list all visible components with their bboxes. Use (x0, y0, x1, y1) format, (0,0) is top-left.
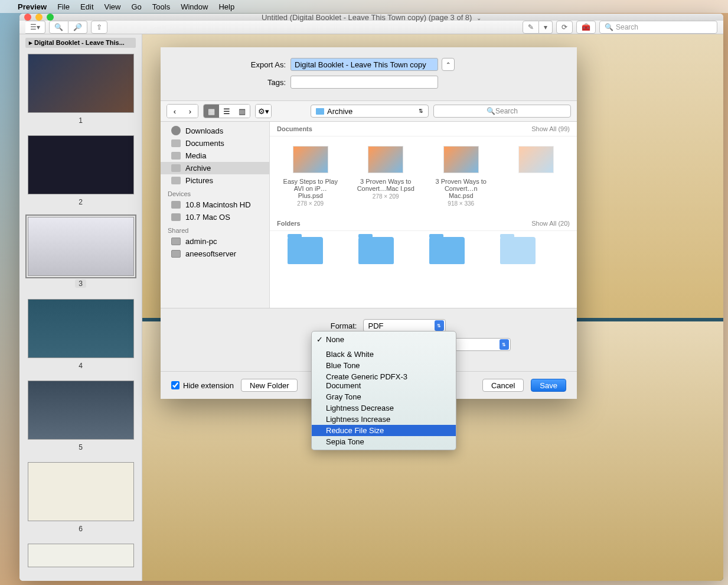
menu-edit[interactable]: Edit (80, 2, 93, 11)
share-button[interactable]: ⇪ (91, 21, 107, 34)
folder-item-3[interactable] (500, 237, 536, 268)
format-select[interactable]: PDF ⇅ (363, 319, 446, 332)
forward-button[interactable]: › (182, 105, 198, 118)
thumb-header[interactable]: ▸ Digital Booklet - Leave This... (25, 38, 136, 48)
search-icon: 🔍 (487, 107, 495, 115)
sidebar-item-documents[interactable]: Documents (161, 137, 269, 150)
menu-help[interactable]: Help (218, 2, 234, 11)
menu-tools[interactable]: Tools (152, 2, 170, 11)
save-button[interactable]: Save (531, 379, 566, 392)
sidebar-item-shared-0[interactable]: admin-pc (161, 235, 269, 248)
thumbnail-6[interactable]: 6 (25, 462, 136, 533)
window-title[interactable]: Untitled (Digital Booklet - Leave This T… (262, 14, 481, 22)
thumbnail-1[interactable]: 1 (25, 54, 136, 125)
group-button[interactable]: ⚙▾ (256, 105, 271, 118)
shared-label: Shared (161, 223, 269, 235)
path-popup[interactable]: Archive ⇅ (311, 105, 429, 118)
sidebar-item-device-0[interactable]: 10.8 Macintosh HD (161, 199, 269, 211)
tags-label: Tags: (172, 78, 290, 87)
annotate-button[interactable]: 🧰 (576, 21, 596, 34)
new-folder-button[interactable]: New Folder (241, 379, 298, 392)
menu-reduce-file-size[interactable]: Reduce File Size (312, 425, 456, 436)
thumbnail-5[interactable]: 5 (25, 381, 136, 451)
menu-file[interactable]: File (57, 2, 70, 11)
show-all-documents[interactable]: Show All (99) (531, 125, 570, 132)
menu-blue-tone[interactable]: Blue Tone (312, 360, 456, 371)
zoom-out-button[interactable]: 🔍 (49, 21, 68, 34)
devices-label: Devices (161, 187, 269, 199)
cancel-button[interactable]: Cancel (482, 379, 524, 392)
sidebar-item-pictures[interactable]: Pictures (161, 174, 269, 187)
file-item-0[interactable]: Easy Steps to Play AVI on iP…Plus.psd 27… (282, 146, 339, 207)
tags-input[interactable] (290, 76, 438, 89)
toolbox-icon: 🧰 (582, 23, 590, 31)
folder-item-0[interactable] (288, 237, 323, 268)
toolbar: ☰▾ 🔍 🔎 ⇪ ✎ ▾ ⟳ 🧰 🔍 Search (19, 21, 723, 34)
sidebar-item-shared-1[interactable]: aneesoftserver (161, 248, 269, 260)
icon-view-button[interactable]: ▦ (204, 105, 219, 118)
file-item-3[interactable] (508, 146, 566, 207)
search-input[interactable]: 🔍 Search (599, 21, 717, 34)
rotate-button[interactable]: ⟳ (556, 21, 573, 34)
thumbnail-2[interactable]: 2 (25, 135, 136, 206)
sidebar-item-media[interactable]: Media (161, 150, 269, 162)
menu-pdfx3[interactable]: Create Generic PDFX-3 Document (312, 371, 456, 391)
zoom-out-icon: 🔍 (54, 23, 63, 31)
sidebar-toggle-button[interactable]: ☰▾ (25, 21, 45, 34)
updown-icon: ⇅ (419, 108, 423, 114)
window-title-text: Untitled (Digital Booklet - Leave This T… (262, 14, 472, 22)
close-button[interactable] (24, 14, 31, 21)
column-view-button[interactable]: ▥ (234, 105, 250, 118)
finder-nav: ‹ › ▦ ☰ ▥ ⚙▾ Archive ⇅ 🔍 Search (161, 100, 577, 122)
menubar: Preview File Edit View Go Tools Window H… (0, 0, 728, 13)
rotate-icon: ⟳ (561, 23, 567, 31)
export-as-input[interactable] (290, 58, 438, 71)
folder-item-2[interactable] (429, 237, 465, 268)
path-label: Archive (327, 107, 352, 116)
search-icon: 🔍 (605, 23, 613, 31)
back-button[interactable]: ‹ (167, 105, 182, 118)
file-item-2[interactable]: 3 Proven Ways to Convert…n Mac.psd 918 ×… (432, 146, 490, 207)
menu-gray-tone[interactable]: Gray Tone (312, 391, 456, 402)
export-as-label: Export As: (172, 60, 290, 69)
folder-item-1[interactable] (358, 237, 394, 268)
chevron-up-icon: ⌃ (446, 61, 450, 68)
menu-lightness-increase[interactable]: Lightness Increase (312, 414, 456, 425)
thumbnail-sidebar: ▸ Digital Booklet - Leave This... 1 2 3 … (19, 34, 142, 581)
titlebar: Untitled (Digital Booklet - Leave This T… (19, 14, 723, 21)
thumbnail-4[interactable]: 4 (25, 299, 136, 370)
minimize-button[interactable] (35, 14, 43, 21)
finder-sidebar: Downloads Documents Media Archive Pictur… (161, 122, 270, 308)
sidebar-item-device-1[interactable]: 10.7 Mac OS (161, 211, 269, 223)
thumbnail-7[interactable] (25, 544, 136, 567)
folders-section-label: Folders (277, 220, 301, 227)
menu-sepia-tone[interactable]: Sepia Tone (312, 436, 456, 447)
list-view-button[interactable]: ☰ (219, 105, 234, 118)
share-icon: ⇪ (96, 23, 102, 31)
chevron-down-icon: ⌄ (476, 15, 481, 21)
updown-icon: ⇅ (435, 320, 444, 331)
finder-search[interactable]: 🔍 Search (433, 105, 571, 118)
menu-view[interactable]: View (105, 2, 121, 11)
menu-go[interactable]: Go (131, 2, 141, 11)
markup-button[interactable]: ✎ (523, 21, 539, 34)
menu-lightness-decrease[interactable]: Lightness Decrease (312, 402, 456, 414)
file-browser: Documents Show All (99) Easy Steps to Pl… (270, 122, 577, 308)
menu-black-white[interactable]: Black & White (312, 349, 456, 360)
format-label: Format: (227, 321, 363, 330)
file-item-1[interactable]: 3 Proven Ways to Convert…Mac I.psd 278 ×… (357, 146, 415, 207)
collapse-button[interactable]: ⌃ (442, 58, 455, 71)
maximize-button[interactable] (47, 14, 54, 21)
menu-window[interactable]: Window (181, 2, 208, 11)
markup-dropdown[interactable]: ▾ (539, 21, 553, 34)
app-menu[interactable]: Preview (18, 2, 47, 11)
menu-none[interactable]: None (312, 334, 456, 345)
sidebar-item-downloads[interactable]: Downloads (161, 124, 269, 137)
quartz-filter-menu: None Black & White Blue Tone Create Gene… (311, 331, 456, 450)
zoom-in-button[interactable]: 🔎 (68, 21, 87, 34)
show-all-folders[interactable]: Show All (20) (531, 220, 570, 227)
hide-extension-checkbox[interactable]: Hide extension (171, 381, 234, 390)
sidebar-item-archive[interactable]: Archive (161, 162, 269, 174)
thumbnail-3[interactable]: 3 (25, 217, 136, 288)
pencil-icon: ✎ (528, 23, 534, 31)
